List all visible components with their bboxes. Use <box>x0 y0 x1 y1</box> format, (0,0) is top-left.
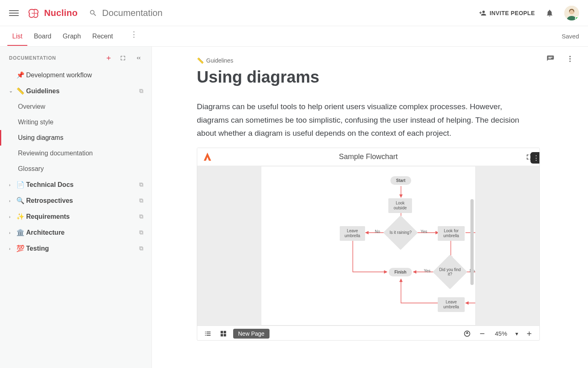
sidebar-item-label: Requirements <box>26 213 137 220</box>
target-icon <box>463 330 471 338</box>
embed-target-button[interactable] <box>461 328 473 339</box>
copy-icon[interactable]: ⧉ <box>139 88 143 94</box>
copy-icon[interactable]: ⧉ <box>139 213 143 220</box>
sidebar-item-label: Development workflow <box>26 72 143 79</box>
flowchart-embed: ⋮ Sample Flowchart <box>197 148 540 341</box>
embed-grid-view-button[interactable] <box>218 328 229 339</box>
embed-zoom-out-button[interactable] <box>477 328 488 339</box>
embed-more-button[interactable]: ⋮ <box>530 152 540 164</box>
sidebar-item-reviewing-documentation[interactable]: Reviewing documentation <box>0 146 151 161</box>
flowchart-node-is-raining[interactable]: Is it raining? <box>388 220 413 245</box>
flowchart-node-start[interactable]: Start <box>390 176 411 185</box>
copy-icon[interactable]: ⧉ <box>139 181 143 188</box>
save-status: Saved <box>561 33 579 40</box>
flowchart-node-leave-umbrella[interactable]: Leave umbrella <box>340 226 365 241</box>
invite-label: INVITE PEOPLE <box>490 10 535 16</box>
hundred-icon: 💯 <box>16 245 24 252</box>
chevron-right-icon: › <box>9 246 14 251</box>
embed-zoom-value: 45% <box>492 330 510 337</box>
add-item-button[interactable] <box>105 55 112 61</box>
sidebar-item-writing-style[interactable]: Writing style <box>0 114 151 130</box>
sidebar-item-technical-docs[interactable]: › 📄 Technical Docs ⧉ <box>0 177 151 193</box>
plus-icon <box>105 55 112 61</box>
presence-indicator <box>575 16 579 20</box>
flowchart-canvas[interactable]: Start Look outside Is it raining? Leave … <box>261 166 476 325</box>
plus-icon <box>526 330 533 337</box>
edge-label-yes: Yes <box>424 269 430 273</box>
edge-label-yes: Yes <box>421 229 427 234</box>
tabs-overflow-menu[interactable]: ⋮ <box>128 27 140 45</box>
embed-title: Sample Flowchart <box>215 153 521 161</box>
list-icon <box>204 330 212 338</box>
view-tabs: List Board Graph Recent ⋮ <box>12 27 561 45</box>
sidebar-item-label: Technical Docs <box>26 181 137 188</box>
page-icon: 📄 <box>16 181 24 188</box>
tab-graph[interactable]: Graph <box>63 27 81 45</box>
chevrons-left-icon <box>135 55 142 61</box>
sidebar-item-architecture[interactable]: › 🏛️ Architecture ⧉ <box>0 224 151 240</box>
chevron-down-icon: ⌄ <box>9 88 14 94</box>
pin-icon: 📌 <box>16 71 24 79</box>
brain-icon <box>28 7 41 19</box>
embed-right-gutter <box>476 166 539 325</box>
workspace-tab-title: Documentation <box>102 8 163 18</box>
invite-people-button[interactable]: INVITE PEOPLE <box>479 9 535 17</box>
chevron-right-icon: › <box>9 182 14 187</box>
sidebar-item-glossary[interactable]: Glossary <box>0 161 151 177</box>
flowchart-node-finish[interactable]: Finish <box>389 268 412 276</box>
breadcrumb-label: Guidelines <box>206 57 233 64</box>
bell-icon[interactable] <box>546 9 554 18</box>
sidebar-item-label: Architecture <box>26 229 137 236</box>
brand-name: Nuclino <box>44 8 78 18</box>
brand-logo[interactable]: Nuclino <box>28 7 78 19</box>
tab-board[interactable]: Board <box>34 27 51 45</box>
embed-zoom-in-button[interactable] <box>524 328 535 339</box>
sidebar-item-requirements[interactable]: › ✨ Requirements ⧉ <box>0 209 151 224</box>
collapse-sidebar-button[interactable] <box>134 55 143 61</box>
body-paragraph: Diagrams can be useful tools to help ori… <box>197 100 536 140</box>
embed-list-view-button[interactable] <box>202 328 214 339</box>
user-avatar[interactable] <box>564 6 579 20</box>
sidebar-section-title: DOCUMENTATION <box>9 55 105 61</box>
embed-pages-panel <box>197 166 261 325</box>
svg-rect-10 <box>480 333 485 334</box>
sidebar-item-testing[interactable]: › 💯 Testing ⧉ <box>0 240 151 256</box>
expand-icon <box>120 55 126 61</box>
building-icon: 🏛️ <box>16 229 24 236</box>
tab-list[interactable]: List <box>12 27 22 45</box>
sidebar-item-label: Testing <box>26 245 137 252</box>
copy-icon[interactable]: ⧉ <box>139 245 143 252</box>
breadcrumb[interactable]: 📏 Guidelines <box>197 57 547 64</box>
document-content: 📏 Guidelines Using diagrams Diagrams can… <box>152 47 588 368</box>
copy-icon[interactable]: ⧉ <box>139 229 143 236</box>
workspace-search[interactable]: Documentation <box>89 8 479 18</box>
sidebar-item-retrospectives[interactable]: › 🔍 Retrospectives ⧉ <box>0 193 151 209</box>
more-vertical-icon[interactable] <box>566 55 574 63</box>
comments-icon[interactable] <box>546 55 555 63</box>
lucidchart-icon <box>204 153 211 162</box>
sidebar-item-pinned[interactable]: › 📌 Development workflow <box>0 67 151 83</box>
flowchart-node-did-find[interactable]: Did you find it? <box>438 260 462 284</box>
flowchart-node-leave-umbrella-2[interactable]: Leave umbrella <box>438 297 465 312</box>
page-title: Using diagrams <box>197 68 547 86</box>
chevron-right-icon: › <box>9 214 14 219</box>
person-add-icon <box>479 9 486 17</box>
search-icon <box>89 9 97 17</box>
sidebar-item-overview[interactable]: Overview <box>0 99 151 114</box>
expand-tree-button[interactable] <box>118 55 128 61</box>
embed-zoom-dropdown[interactable]: ▾ <box>514 329 520 339</box>
svg-point-4 <box>569 61 570 62</box>
flowchart-node-look-for-umbrella[interactable]: Look for umbrella <box>438 226 465 241</box>
grid-icon <box>219 330 227 338</box>
minus-icon <box>479 330 486 337</box>
sidebar-item-guidelines[interactable]: ⌄ 📏 Guidelines ⧉ <box>0 83 151 99</box>
sidebar-item-using-diagrams[interactable]: Using diagrams <box>0 130 151 146</box>
tab-recent[interactable]: Recent <box>92 27 113 45</box>
chevron-right-icon: › <box>9 230 14 235</box>
embed-new-page-button[interactable]: New Page <box>233 329 270 339</box>
embed-scrollbar[interactable] <box>470 199 474 285</box>
hamburger-menu-button[interactable] <box>9 8 19 18</box>
flowchart-node-look-outside[interactable]: Look outside <box>388 198 412 213</box>
svg-point-2 <box>569 56 570 57</box>
copy-icon[interactable]: ⧉ <box>139 197 143 204</box>
